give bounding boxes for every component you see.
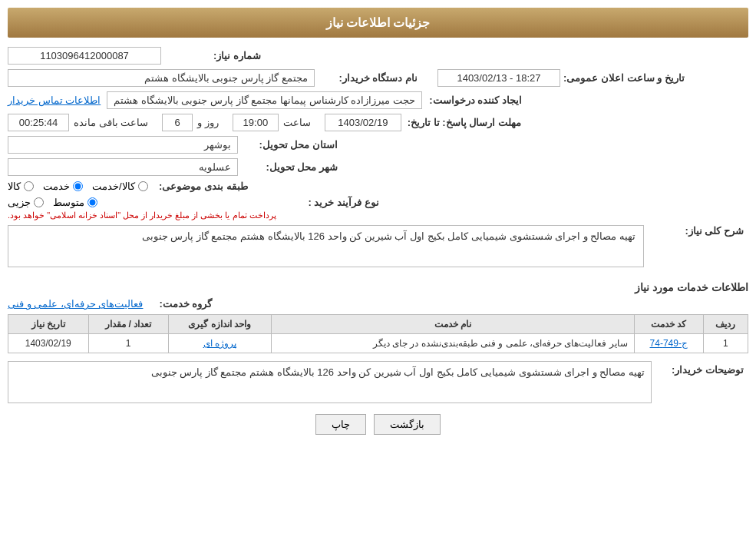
radio-khedmat-label: خدمت	[43, 181, 70, 192]
col-tedad: تعداد / مقدار	[88, 315, 168, 334]
radio-kala-khedmat-input[interactable]	[138, 181, 148, 191]
back-button[interactable]: بازگشت	[374, 414, 441, 435]
radio-kala-khedmat[interactable]: کالا/خدمت	[92, 181, 148, 192]
tozi-value: تهیه مصالح و اجرای شستشوی شیمیایی کامل ب…	[8, 361, 652, 403]
baghimande-label: ساعت باقی مانده	[74, 117, 148, 128]
cell-tarikh: 1403/02/19	[8, 334, 89, 353]
button-row: بازگشت چاپ	[8, 414, 748, 435]
cell-nam: سایر فعالیت‌های حرفه‌ای، علمی و فنی طبقه…	[271, 334, 634, 353]
mohlat-roz-label: روز و	[197, 117, 219, 128]
noe-farayand-label: نوع فرآیند خرید :	[279, 197, 379, 208]
shomare-niaz-label: شماره نیاز:	[161, 50, 261, 61]
noe-farayand-group: متوسط جزیی	[8, 197, 97, 208]
contact-link[interactable]: اطلاعات تماس خریدار	[8, 94, 101, 106]
cell-vahed[interactable]: پروژه ای	[168, 334, 271, 353]
ijad-konande-label: ایجاد کننده درخواست:	[422, 94, 522, 106]
baghimande-value: 00:25:44	[8, 114, 69, 131]
shahr-label: شهر محل تحویل:	[238, 161, 338, 173]
tarikh-value: 1403/02/13 - 18:27	[437, 69, 560, 87]
ijad-konande-value: حجت میرزازاده کارشناس پیمانها مجتمع گاز …	[107, 91, 422, 109]
print-button[interactable]: چاپ	[315, 414, 366, 435]
radio-kala[interactable]: کالا	[8, 181, 34, 192]
mohlat-roz: 6	[162, 114, 193, 131]
page-header: جزئیات اطلاعات نیاز	[8, 8, 748, 38]
col-kod: کد خدمت	[634, 315, 703, 334]
cell-radif: 1	[703, 334, 748, 353]
radio-motovaset[interactable]: متوسط	[53, 197, 97, 208]
radio-motovaset-label: متوسط	[53, 197, 84, 208]
mohlat-saat-label: ساعت	[283, 117, 311, 128]
header-title: جزئیات اطلاعات نیاز	[326, 16, 431, 29]
col-radif: ردیف	[703, 315, 748, 334]
grohe-khedmat-label: گروه خدمت:	[143, 298, 212, 310]
mohlat-saat: 19:00	[233, 114, 279, 131]
tarikh-label: تاریخ و ساعت اعلان عمومی:	[563, 72, 685, 84]
ostan-value: بوشهر	[8, 136, 238, 154]
nam-dastgah-label: نام دستگاه خریدار:	[318, 72, 418, 84]
grohe-khedmat-value[interactable]: فعالیت‌های حرفه‌ای، علمی و فنی	[8, 298, 143, 310]
sharh-koli-label: شرح کلی نیاز:	[644, 225, 744, 237]
services-table-section: ردیف کد خدمت نام خدمت واحد اندازه گیری ت…	[8, 314, 748, 353]
nam-dastgah-value: مجتمع گاز پارس جنوبی بالایشگاه هشتم	[8, 69, 315, 87]
radio-kala-label: کالا	[8, 181, 21, 192]
table-row: 1 ج-749-74 سایر فعالیت‌های حرفه‌ای، علمی…	[8, 334, 748, 353]
col-vahed: واحد اندازه گیری	[168, 315, 271, 334]
radio-khedmat[interactable]: خدمت	[43, 181, 83, 192]
ostan-label: استان محل تحویل:	[238, 139, 338, 151]
mohlat-label: مهلت ارسال پاسخ: تا تاریخ:	[406, 117, 521, 128]
col-nam: نام خدمت	[271, 315, 634, 334]
col-tarikh: تاریخ نیاز	[8, 315, 89, 334]
services-table: ردیف کد خدمت نام خدمت واحد اندازه گیری ت…	[8, 314, 748, 353]
tozi-section: توضیحات خریدار: تهیه مصالح و اجرای شستشو…	[8, 361, 748, 403]
radio-motovaset-input[interactable]	[87, 197, 97, 207]
farayand-note: پرداخت تمام یا بخشی از مبلغ خریدار از مح…	[8, 210, 276, 220]
sharh-koli-value: تهیه مصالح و اجرای شستشوی شیمیایی کامل ب…	[8, 225, 644, 267]
cell-tedad: 1	[88, 334, 168, 353]
radio-jazii[interactable]: جزیی	[8, 197, 44, 208]
cell-kod[interactable]: ج-749-74	[634, 334, 703, 353]
radio-jazii-input[interactable]	[34, 197, 44, 207]
tabaghe-bandi-group: کالا/خدمت خدمت کالا	[8, 181, 148, 192]
radio-kala-khedmat-label: کالا/خدمت	[92, 181, 135, 192]
shomare-niaz-value: 1103096412000087	[8, 47, 161, 65]
tozi-label: توضیحات خریدار:	[652, 361, 744, 376]
radio-jazii-label: جزیی	[8, 197, 31, 208]
mohlat-date: 1403/02/19	[325, 114, 401, 131]
shahr-value: عسلویه	[8, 158, 238, 176]
khadamat-section-title: اطلاعات خدمات مورد نیاز	[8, 281, 748, 293]
tabaghe-bandi-label: طبقه بندی موضوعی:	[148, 181, 248, 192]
radio-khedmat-input[interactable]	[73, 181, 83, 191]
radio-kala-input[interactable]	[24, 181, 34, 191]
